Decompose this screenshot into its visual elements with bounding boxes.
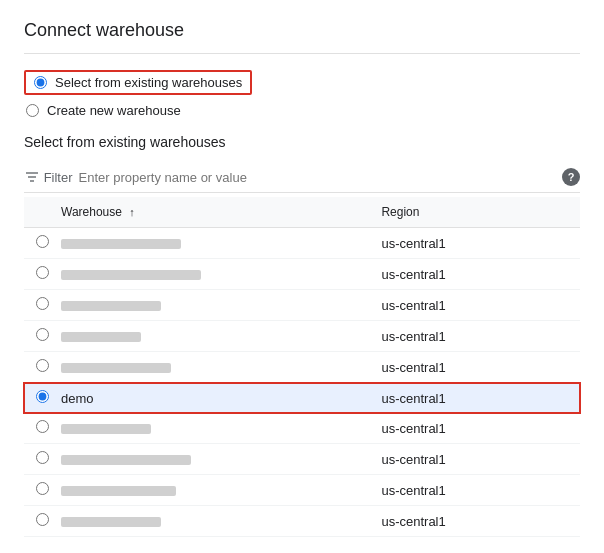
row-radio[interactable] xyxy=(36,235,49,248)
header-radio-cell xyxy=(24,197,49,228)
row-warehouse-name xyxy=(49,475,369,506)
table-row[interactable]: us-central1 xyxy=(24,290,580,321)
filter-icon: Filter xyxy=(24,169,73,185)
row-radio[interactable] xyxy=(36,513,49,526)
row-radio-cell[interactable] xyxy=(24,290,49,321)
filter-label: Filter xyxy=(44,170,73,185)
row-region: us-central1 xyxy=(369,290,580,321)
row-warehouse-name xyxy=(49,352,369,383)
connect-warehouse-dialog: Connect warehouse Select from existing w… xyxy=(0,0,604,553)
row-warehouse-name xyxy=(49,444,369,475)
filter-bar: Filter ? xyxy=(24,162,580,193)
row-region: us-central1 xyxy=(369,259,580,290)
row-radio[interactable] xyxy=(36,420,49,433)
table-row[interactable]: us-central1 xyxy=(24,444,580,475)
row-region: us-central1 xyxy=(369,383,580,414)
table-row[interactable]: us-central1 xyxy=(24,321,580,352)
row-radio[interactable] xyxy=(36,482,49,495)
existing-warehouse-label[interactable]: Select from existing warehouses xyxy=(55,75,242,90)
table-header-row: Warehouse ↑ Region xyxy=(24,197,580,228)
header-region[interactable]: Region xyxy=(369,197,580,228)
header-warehouse[interactable]: Warehouse ↑ xyxy=(49,197,369,228)
row-region: us-central1 xyxy=(369,352,580,383)
row-warehouse-name xyxy=(49,228,369,259)
table-row[interactable]: us-central1 xyxy=(24,413,580,444)
table-row[interactable]: us-central1 xyxy=(24,475,580,506)
table-body: us-central1us-central1us-central1us-cent… xyxy=(24,228,580,537)
new-warehouse-radio[interactable] xyxy=(26,104,39,117)
row-radio-cell[interactable] xyxy=(24,413,49,444)
row-warehouse-name xyxy=(49,506,369,537)
existing-warehouse-radio[interactable] xyxy=(34,76,47,89)
filter-input[interactable] xyxy=(79,170,562,185)
row-radio[interactable] xyxy=(36,451,49,464)
row-region: us-central1 xyxy=(369,444,580,475)
row-warehouse-name xyxy=(49,259,369,290)
existing-warehouse-option[interactable]: Select from existing warehouses xyxy=(24,70,252,95)
row-region: us-central1 xyxy=(369,321,580,352)
row-radio-cell[interactable] xyxy=(24,352,49,383)
row-radio-cell[interactable] xyxy=(24,228,49,259)
pagination: Rows per page: 10 25 50 1 – 10 of 39 ‹ › xyxy=(24,537,580,553)
row-radio-cell[interactable] xyxy=(24,506,49,537)
radio-group: Select from existing warehouses Create n… xyxy=(24,70,580,118)
row-radio[interactable] xyxy=(36,390,49,403)
row-radio[interactable] xyxy=(36,359,49,372)
prev-page-button[interactable]: ‹ xyxy=(541,547,554,553)
table-row[interactable]: us-central1 xyxy=(24,352,580,383)
row-radio[interactable] xyxy=(36,328,49,341)
row-radio[interactable] xyxy=(36,297,49,310)
help-icon[interactable]: ? xyxy=(562,168,580,186)
dialog-title: Connect warehouse xyxy=(24,20,580,54)
row-region: us-central1 xyxy=(369,413,580,444)
sort-arrow-icon: ↑ xyxy=(129,206,135,218)
row-region: us-central1 xyxy=(369,475,580,506)
next-page-button[interactable]: › xyxy=(567,547,580,553)
new-warehouse-option[interactable]: Create new warehouse xyxy=(26,103,580,118)
row-radio-cell[interactable] xyxy=(24,259,49,290)
row-radio-cell[interactable] xyxy=(24,475,49,506)
row-radio-cell[interactable] xyxy=(24,444,49,475)
new-warehouse-label[interactable]: Create new warehouse xyxy=(47,103,181,118)
row-radio[interactable] xyxy=(36,266,49,279)
section-title: Select from existing warehouses xyxy=(24,134,580,150)
row-warehouse-name xyxy=(49,290,369,321)
table-row[interactable]: demous-central1 xyxy=(24,383,580,414)
row-radio-cell[interactable] xyxy=(24,383,49,414)
row-warehouse-name: demo xyxy=(49,383,369,414)
warehouse-table: Warehouse ↑ Region us-central1us-central… xyxy=(24,197,580,537)
table-row[interactable]: us-central1 xyxy=(24,506,580,537)
table-row[interactable]: us-central1 xyxy=(24,259,580,290)
row-warehouse-name xyxy=(49,321,369,352)
row-region: us-central1 xyxy=(369,228,580,259)
row-region: us-central1 xyxy=(369,506,580,537)
row-radio-cell[interactable] xyxy=(24,321,49,352)
table-row[interactable]: us-central1 xyxy=(24,228,580,259)
row-warehouse-name xyxy=(49,413,369,444)
